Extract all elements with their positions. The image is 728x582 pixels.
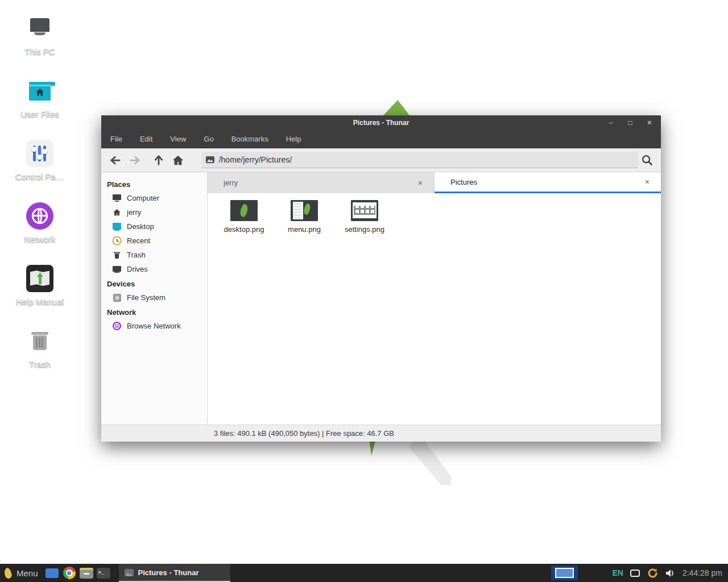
home-button[interactable] [168, 151, 188, 169]
path-text: /home/jerry/Pictures/ [219, 155, 292, 164]
desktop-icon-label: Trash [29, 359, 51, 369]
sidebar-header-devices: Devices [101, 276, 207, 290]
picture-icon [125, 569, 134, 576]
volume-icon[interactable] [665, 568, 676, 578]
update-manager-icon[interactable] [647, 567, 659, 579]
drives-icon [112, 264, 122, 274]
up-button[interactable] [149, 151, 168, 169]
menu-go[interactable]: Go [201, 132, 216, 146]
image-thumbnail [230, 200, 258, 221]
close-button[interactable]: ✕ [643, 115, 656, 130]
sidebar: Places Computer jerry Desktop Recent [101, 172, 208, 425]
help-manual-icon [26, 265, 53, 292]
sidebar-item-computer[interactable]: Computer [101, 191, 207, 205]
image-thumbnail [291, 200, 318, 221]
back-button[interactable] [106, 151, 125, 169]
maximize-button[interactable]: □ [623, 115, 637, 130]
toolbar: /home/jerry/Pictures/ [101, 148, 661, 172]
thunar-window: Pictures - Thunar – □ ✕ File Edit View G… [101, 115, 661, 442]
desktop-icon-user-files[interactable]: User Files [10, 77, 69, 119]
browse-network-icon [112, 321, 122, 331]
menu-view[interactable]: View [168, 132, 188, 146]
desktop-icon [112, 222, 122, 231]
search-icon [641, 154, 653, 167]
home-icon [172, 154, 184, 167]
sidebar-item-file-system[interactable]: File System [101, 290, 207, 305]
minimize-button[interactable]: – [604, 115, 618, 130]
status-bar: 3 files: 490.1 kB (490,050 bytes) | Free… [101, 425, 661, 442]
file-desktop-png[interactable]: desktop.png [214, 199, 274, 234]
file-manager-launcher[interactable] [78, 564, 95, 582]
tab-pictures[interactable]: Pictures × [435, 172, 661, 193]
menu-edit[interactable]: Edit [138, 132, 155, 146]
network-globe-icon [26, 202, 53, 230]
wallpaper-green-sliver [367, 441, 375, 456]
desktop-icon-network[interactable]: Network [10, 202, 69, 244]
keyboard-layout-indicator[interactable]: EN [612, 568, 623, 577]
file-system-icon [112, 293, 122, 302]
file-settings-png[interactable]: settings.png [335, 199, 394, 234]
menu-help[interactable]: Help [284, 132, 304, 146]
terminal-launcher[interactable]: >_ [95, 564, 112, 582]
chrome-icon [63, 567, 76, 579]
trash-icon [112, 250, 122, 260]
path-field[interactable]: /home/jerry/Pictures/ [201, 152, 638, 168]
sidebar-item-drives[interactable]: Drives [101, 262, 207, 276]
titlebar[interactable]: Pictures - Thunar – □ ✕ [101, 115, 661, 130]
recent-clock-icon [112, 236, 122, 246]
tab-jerry[interactable]: jerry × [208, 172, 435, 193]
menu-button[interactable]: Menu [16, 568, 38, 578]
taskbar-separator: ⋮ [113, 564, 118, 582]
home-folder-icon [26, 77, 53, 105]
computer-icon [112, 193, 122, 203]
sidebar-header-network: Network [101, 305, 207, 319]
display-tray-icon[interactable] [630, 568, 640, 578]
trash-can-icon [26, 327, 53, 355]
sidebar-item-recent[interactable]: Recent [101, 234, 207, 248]
forward-arrow-icon [129, 154, 141, 167]
file-cabinet-icon [80, 568, 93, 579]
back-arrow-icon [109, 154, 122, 167]
desktop-icon-trash[interactable]: Trash [10, 327, 69, 369]
task-button-thunar[interactable]: Pictures - Thunar [119, 564, 230, 582]
active-workspace[interactable] [555, 568, 574, 578]
file-menu-png[interactable]: menu.png [275, 199, 334, 234]
mint-menu-icon[interactable] [3, 567, 13, 579]
menu-file[interactable]: File [108, 132, 125, 146]
search-button[interactable] [638, 151, 656, 169]
status-text: 3 files: 490.1 kB (490,050 bytes) | Free… [214, 429, 394, 438]
tab-close-icon[interactable]: × [417, 178, 424, 188]
window-title: Pictures - Thunar [101, 119, 661, 127]
control-panel-icon [26, 140, 53, 167]
wallpaper-mint-triangle [383, 100, 410, 115]
forward-button[interactable] [125, 151, 144, 169]
tab-close-icon[interactable]: × [644, 177, 651, 186]
desktop-icon-control-panel[interactable]: Control Pa… [10, 140, 69, 181]
desktop-icon-label: This PC [24, 47, 55, 56]
window-icon [46, 568, 59, 578]
image-thumbnail [351, 200, 378, 221]
sidebar-item-desktop[interactable]: Desktop [101, 219, 207, 234]
desktop-icon-help-manual[interactable]: Help Manual [10, 265, 69, 306]
menubar: File Edit View Go Bookmarks Help [101, 130, 661, 148]
sidebar-item-trash[interactable]: Trash [101, 248, 207, 262]
laptop-icon [26, 15, 53, 42]
file-view[interactable]: desktop.png menu.png settings.png [208, 193, 661, 425]
desktop-icon-this-pc[interactable]: This PC [10, 15, 69, 56]
workspace-switcher[interactable] [551, 566, 578, 580]
clock[interactable]: 2:44:28 pm [682, 568, 722, 577]
sidebar-item-jerry[interactable]: jerry [101, 205, 207, 219]
desktop-icon-label: Network [24, 234, 55, 244]
home-icon [112, 207, 122, 217]
tab-bar: jerry × Pictures × [208, 172, 661, 193]
menu-bookmarks[interactable]: Bookmarks [229, 132, 271, 146]
wallpaper-white-blade [409, 442, 451, 485]
picture-icon [206, 156, 214, 163]
taskbar: Menu >_ ⋮ Pictures - Thunar EN 2:44:28 [0, 564, 728, 582]
sidebar-header-places: Places [101, 177, 207, 191]
chrome-launcher[interactable] [61, 564, 78, 582]
show-desktop-button[interactable] [44, 564, 61, 582]
sidebar-item-browse-network[interactable]: Browse Network [101, 319, 207, 333]
desktop-icon-label: Control Pa… [15, 172, 64, 181]
desktop-icon-label: Help Manual [16, 297, 64, 306]
